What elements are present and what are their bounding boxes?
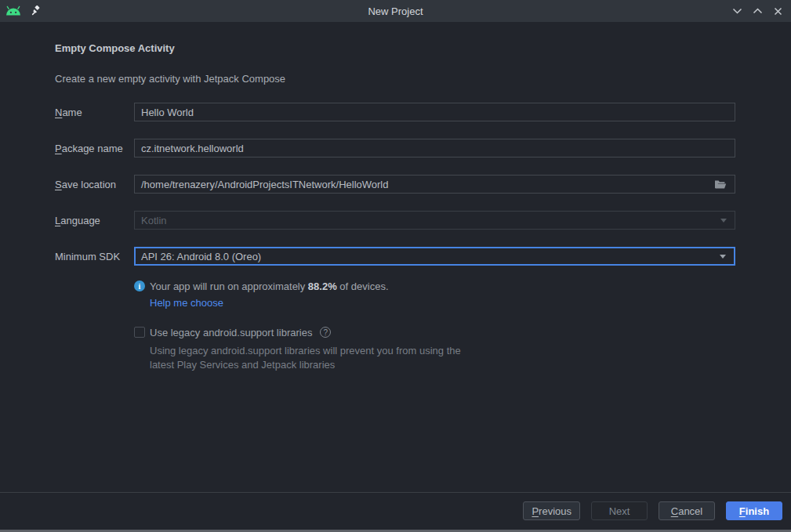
android-logo-icon (5, 5, 22, 16)
previous-button[interactable]: Previous (523, 501, 580, 520)
save-location-input[interactable]: /home/trenazery/AndroidProjectsITNetwork… (134, 175, 735, 194)
titlebar-icons (5, 0, 41, 22)
legacy-support-checkbox[interactable] (134, 327, 145, 338)
coverage-percent: 88.2% (308, 280, 337, 292)
titlebar: New Project (0, 0, 791, 22)
page-subtitle: Create a new empty activity with Jetpack… (55, 73, 735, 85)
pin-icon[interactable] (29, 5, 41, 17)
window-controls (730, 0, 785, 22)
language-dropdown: Kotlin (134, 211, 735, 230)
new-project-dialog: New Project Empty Compose Activity Creat… (0, 0, 791, 532)
minimum-sdk-dropdown[interactable]: API 26: Android 8.0 (Oreo) (134, 247, 735, 266)
close-icon[interactable] (771, 3, 785, 19)
language-row: Language Kotlin (55, 211, 735, 230)
open-folder-icon[interactable] (714, 179, 727, 190)
minimum-sdk-label: Minimum SDK (55, 251, 134, 262)
finish-button[interactable]: Finish (726, 501, 782, 520)
chevron-down-icon (720, 255, 726, 259)
help-me-choose-link[interactable]: Help me choose (150, 297, 223, 309)
package-name-input[interactable] (134, 139, 735, 157)
language-label: Language (55, 215, 134, 226)
minimum-sdk-row: Minimum SDK API 26: Android 8.0 (Oreo) (55, 247, 735, 266)
save-location-value: /home/trenazery/AndroidProjectsITNetwork… (141, 179, 389, 190)
wizard-content: Empty Compose Activity Create a new empt… (0, 22, 791, 492)
language-value: Kotlin (141, 215, 167, 226)
legacy-support-description: Using legacy android.support libraries w… (150, 344, 735, 372)
cancel-button[interactable]: Cancel (659, 501, 715, 520)
package-row: Package name (55, 139, 735, 157)
maximize-icon[interactable] (750, 3, 764, 19)
name-row: Name (55, 103, 735, 121)
window-title: New Project (0, 5, 791, 17)
minimum-sdk-value: API 26: Android 8.0 (Oreo) (141, 251, 261, 262)
next-button: Next (591, 501, 648, 520)
sdk-coverage-info: i Your app will run on approximately 88.… (134, 280, 735, 292)
wizard-footer: Previous Next Cancel Finish (0, 492, 791, 530)
name-input[interactable] (134, 103, 735, 121)
page-title: Empty Compose Activity (55, 42, 735, 55)
help-question-icon[interactable]: ? (320, 327, 331, 338)
name-label: Name (55, 107, 134, 118)
info-icon: i (134, 280, 145, 291)
package-name-label: Package name (55, 143, 134, 154)
save-location-row: Save location /home/trenazery/AndroidPro… (55, 175, 735, 194)
sdk-coverage-text: Your app will run on approximately 88.2%… (150, 280, 389, 292)
chevron-down-icon (720, 219, 727, 223)
minimize-icon[interactable] (730, 3, 744, 19)
save-location-label: Save location (55, 179, 134, 190)
legacy-support-section: Use legacy android.support libraries ? U… (134, 326, 735, 372)
legacy-support-label: Use legacy android.support libraries (150, 327, 312, 338)
